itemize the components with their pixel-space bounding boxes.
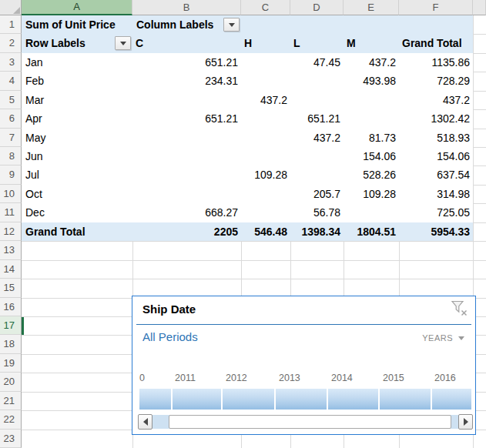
pivot-grand-total-label[interactable]: Grand Total (22, 222, 132, 241)
scroll-left-button[interactable] (138, 414, 153, 430)
pivot-data-cell[interactable]: 437.2 (344, 53, 399, 72)
row-header-23[interactable]: 23 (0, 430, 22, 448)
pivot-row-label[interactable]: Feb (22, 72, 132, 90)
row-header-8[interactable]: 8 (0, 147, 22, 165)
pivot-grand-total-cell[interactable]: 2205 (132, 222, 241, 241)
pivot-row: Oct205.7109.28314.98 (22, 185, 473, 203)
pivot-column-header[interactable]: L (290, 34, 344, 52)
time-level-dropdown[interactable]: YEARS (422, 333, 464, 343)
row-header-11[interactable]: 11 (0, 203, 22, 222)
pivot-data-cell[interactable]: 234.31 (132, 72, 241, 90)
pivot-data-cell[interactable]: 528.26 (344, 165, 399, 184)
pivot-grand-total-cell[interactable]: 1804.51 (344, 222, 399, 241)
pivot-data-cell[interactable]: 651.21 (132, 109, 241, 128)
pivot-data-cell[interactable]: 81.73 (344, 129, 399, 147)
pivot-row-label[interactable]: Apr (22, 109, 132, 128)
timeline-period-segment[interactable] (432, 389, 471, 410)
row-header-20[interactable]: 20 (0, 373, 22, 391)
column-header-d[interactable]: D (290, 0, 344, 15)
pivot-column-header[interactable]: C (132, 34, 241, 52)
pivot-column-header[interactable]: M (344, 34, 399, 52)
pivot-row-label[interactable]: May (22, 129, 132, 147)
pivot-data-cell[interactable]: 651.21 (290, 109, 344, 128)
pivot-data-cell[interactable]: 725.05 (399, 203, 473, 222)
pivot-data-cell[interactable]: 205.7 (290, 185, 344, 203)
pivot-data-cell[interactable]: 493.98 (344, 72, 399, 90)
row-labels-filter-button[interactable] (115, 36, 131, 50)
timeline-period-segment[interactable] (173, 389, 221, 410)
pivot-data-cell[interactable]: 314.98 (399, 185, 473, 203)
column-header-f[interactable]: F (399, 0, 473, 15)
pivot-grand-total-cell[interactable]: 5954.33 (399, 222, 473, 241)
clear-filter-button[interactable] (451, 300, 469, 317)
timeline-scrollbar-thumb[interactable] (169, 415, 451, 429)
row-header-12[interactable]: 12 (0, 222, 22, 241)
pivot-row: Jul109.28528.26637.54 (22, 165, 473, 184)
timeline-slicer-ship-date[interactable]: Ship Date All Periods YEARS 020112012201… (132, 296, 476, 435)
row-header-6[interactable]: 6 (0, 109, 22, 128)
row-header-19[interactable]: 19 (0, 354, 22, 373)
timeline-period-segment[interactable] (276, 389, 327, 410)
row-header-22[interactable]: 22 (0, 410, 22, 429)
scroll-right-button[interactable] (458, 414, 473, 430)
row-header-9[interactable]: 9 (0, 165, 22, 184)
pivot-data-cell[interactable]: 109.28 (344, 185, 399, 203)
pivot-column-header[interactable]: Grand Total (399, 34, 473, 52)
row-header-15[interactable]: 15 (0, 279, 22, 297)
timeline-period-segment[interactable] (328, 389, 378, 410)
column-labels-filter-button[interactable] (223, 18, 240, 32)
pivot-data-cell[interactable]: 668.27 (132, 203, 241, 222)
slicer-header-divider (136, 324, 471, 325)
pivot-data-cell[interactable]: 651.21 (132, 53, 241, 72)
pivot-column-header[interactable]: H (241, 34, 290, 52)
column-header-b[interactable]: B (132, 0, 241, 15)
arrow-right-icon (464, 418, 468, 426)
pivot-data-cell[interactable]: 437.2 (290, 129, 344, 147)
timeline-period-segment[interactable] (380, 389, 431, 410)
pivot-data-cell[interactable]: 47.45 (290, 53, 344, 72)
select-all-corner[interactable] (0, 0, 22, 15)
row-header-21[interactable]: 21 (0, 392, 22, 410)
row-header-1[interactable]: 1 (0, 15, 22, 34)
row-header-2[interactable]: 2 (0, 34, 22, 52)
row-header-5[interactable]: 5 (0, 91, 22, 109)
pivot-data-cell[interactable]: 1302.42 (399, 109, 473, 128)
row-header-10[interactable]: 10 (0, 185, 22, 203)
pivot-data-cell[interactable]: 637.54 (399, 165, 473, 184)
pivot-data-cell[interactable]: 437.2 (241, 91, 290, 109)
row-header-18[interactable]: 18 (0, 335, 22, 353)
pivot-data-cell[interactable]: 1135.86 (399, 53, 473, 72)
timeline-period-segment[interactable] (139, 389, 171, 410)
pivot-row-label[interactable]: Oct (22, 185, 132, 203)
pivot-value-field-label[interactable]: Sum of Unit Price (22, 15, 132, 34)
pivot-row-label[interactable]: Dec (22, 203, 132, 222)
row-header-16[interactable]: 16 (0, 298, 22, 316)
row-header-14[interactable]: 14 (0, 260, 22, 279)
pivot-data-cell[interactable]: 728.29 (399, 72, 473, 90)
row-header-4[interactable]: 4 (0, 72, 22, 90)
timeline-period-segment[interactable] (223, 389, 274, 410)
pivot-data-cell[interactable]: 154.06 (399, 147, 473, 165)
pivot-data-cell[interactable]: 437.2 (399, 91, 473, 109)
pivot-grand-total-cell[interactable]: 546.48 (241, 222, 290, 241)
pivot-data-cell[interactable]: 56.78 (290, 203, 344, 222)
column-header-c[interactable]: C (241, 0, 290, 15)
pivot-data-cell[interactable]: 109.28 (241, 165, 290, 184)
row-header-13[interactable]: 13 (0, 241, 22, 259)
pivot-row-label[interactable]: Jul (22, 165, 132, 184)
row-header-3[interactable]: 3 (0, 53, 22, 72)
column-header-partial[interactable] (473, 0, 486, 15)
pivot-row-labels-cell[interactable]: Row Labels (22, 34, 114, 52)
pivot-row-label[interactable]: Jun (22, 147, 132, 165)
column-header-a[interactable]: A (22, 0, 132, 15)
pivot-data-cell[interactable]: 154.06 (344, 147, 399, 165)
pivot-data-cell[interactable]: 518.93 (399, 129, 473, 147)
pivot-column-labels-cell[interactable]: Column Labels (132, 15, 223, 34)
row-header-17[interactable]: 17 (0, 316, 22, 335)
row-header-7[interactable]: 7 (0, 129, 22, 147)
column-header-e[interactable]: E (344, 0, 399, 15)
pivot-row-label[interactable]: Jan (22, 53, 132, 72)
timeline-tick-label: 2011 (175, 373, 196, 383)
pivot-grand-total-cell[interactable]: 1398.34 (290, 222, 344, 241)
pivot-row-label[interactable]: Mar (22, 91, 132, 109)
